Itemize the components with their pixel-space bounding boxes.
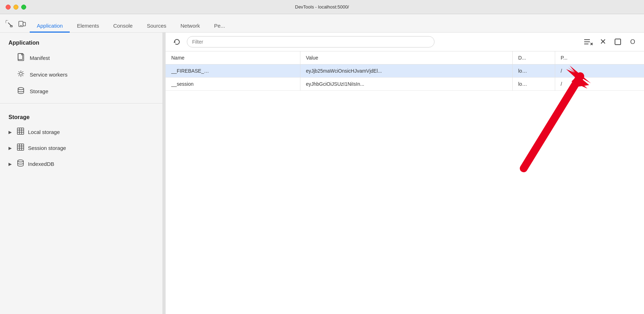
application-section-title: Application [0,33,162,50]
minimize-button[interactable] [13,5,18,10]
local-storage-label: Local storage [28,129,60,135]
devtools-icons [4,19,27,32]
cookies-table: Name Value D... P... __FIREBASE_… eyJjb2… [166,51,644,91]
cell-name: __session [166,78,300,91]
svg-rect-1 [6,21,6,23]
sidebar-item-manifest[interactable]: Manifest [0,50,162,66]
filter-input[interactable] [187,36,435,47]
refresh-button[interactable] [171,36,183,47]
local-storage-arrow-icon: ▶ [8,130,12,135]
table-row[interactable]: __FIREBASE_… eyJjb25maWciOnsicHJvamVjdEl… [166,65,644,78]
svg-point-22 [18,160,23,162]
tab-network[interactable]: Network [173,20,207,33]
sidebar-splitter[interactable] [163,33,166,314]
manifest-icon [17,53,25,63]
svg-point-11 [18,88,24,90]
service-workers-label: Service workers [30,72,68,78]
svg-rect-7 [23,22,25,26]
svg-rect-12 [17,128,24,134]
toolbar-actions: ✕ O [582,36,638,47]
clear-all-button[interactable] [582,36,594,47]
col-header-name: Name [166,51,300,65]
close-button[interactable] [6,5,11,10]
checkbox-button[interactable] [612,36,623,47]
sidebar-item-session-storage[interactable]: ▶ Session storage [0,140,162,156]
filter-input-wrap [187,36,435,47]
only-button[interactable]: O [627,36,638,47]
storage-icon [17,86,25,96]
storage-label: Storage [30,88,48,94]
session-storage-arrow-icon: ▶ [8,146,12,151]
cell-path: / [555,65,644,78]
sidebar-divider-1 [0,103,162,103]
tab-elements[interactable]: Elements [70,20,106,33]
main-content: Application Manifest Service workers [0,33,644,314]
svg-rect-0 [6,20,7,21]
svg-rect-9 [18,54,23,60]
col-header-path: P... [555,51,644,65]
indexeddb-icon [17,159,24,168]
storage-section-title: Storage [0,107,162,124]
maximize-button[interactable] [21,5,26,10]
window-title: DevTools - localhost:5000/ [295,4,349,10]
cell-domain: lo… [512,78,555,91]
session-storage-icon [17,144,24,152]
tab-console[interactable]: Console [106,20,140,33]
traffic-lights [6,5,26,10]
title-bar: DevTools - localhost:5000/ [0,0,644,14]
sidebar-item-local-storage[interactable]: ▶ Local storage [0,124,162,140]
service-workers-icon [17,70,25,79]
table-row[interactable]: __session eyJhbGciOiJSUzI1NiIsIn... lo… … [166,78,644,91]
col-header-domain: D... [512,51,555,65]
sidebar: Application Manifest Service workers [0,33,163,314]
sidebar-item-service-workers[interactable]: Service workers [0,66,162,83]
content-toolbar: ✕ O [166,33,644,51]
local-storage-icon [17,128,24,136]
tab-bar: Application Elements Console Sources Net… [0,14,644,33]
svg-rect-2 [8,20,8,21]
cell-domain: lo… [512,65,555,78]
cell-name: __FIREBASE_… [166,65,300,78]
svg-rect-3 [6,23,6,23]
indexeddb-arrow-icon: ▶ [8,162,12,167]
table-header-row: Name Value D... P... [166,51,644,65]
cookies-table-wrap: Name Value D... P... __FIREBASE_… eyJjb2… [166,51,644,314]
svg-rect-28 [615,39,621,45]
tab-application[interactable]: Application [30,20,70,33]
session-storage-label: Session storage [28,145,66,151]
col-header-value: Value [300,51,512,65]
content-panel: ✕ O Name Value D... P... [166,33,644,314]
cell-value: eyJhbGciOiJSUzI1NiIsIn... [300,78,512,91]
cell-value: eyJjb25maWciOnsicHJvamVjdEl... [300,65,512,78]
svg-rect-17 [17,144,24,150]
tab-performance[interactable]: Pe... [207,20,232,33]
manifest-label: Manifest [30,55,50,61]
tab-sources[interactable]: Sources [140,20,173,33]
indexeddb-label: IndexedDB [28,161,54,167]
sidebar-item-indexeddb[interactable]: ▶ IndexedDB [0,156,162,172]
sidebar-item-storage[interactable]: Storage [0,83,162,100]
device-toggle-icon[interactable] [17,19,27,29]
svg-point-10 [19,72,22,75]
inspector-icon[interactable] [4,19,14,29]
cell-path: / [555,78,644,91]
close-button[interactable]: ✕ [597,36,609,47]
